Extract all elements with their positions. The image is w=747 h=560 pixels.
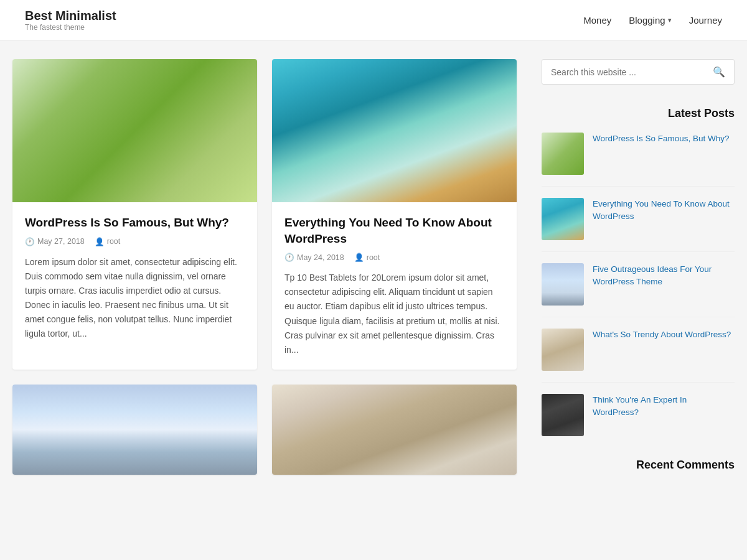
latest-posts-title: Latest Posts [542,107,735,120]
post-title-2[interactable]: Everything You Need To Know About WordPr… [284,215,504,246]
site-logo[interactable]: Best Minimalist The fastest theme [25,9,116,32]
main-wrapper: WordPress Is So Famous, But Why? 🕐 May 2… [0,40,747,513]
list-item: Think You're An Expert In WordPress? [542,394,735,436]
post-image-2 [272,59,517,202]
chevron-down-icon: ▾ [668,16,672,24]
nav-item-blogging[interactable]: Blogging ▾ [629,15,671,26]
sidebar-post-title-5[interactable]: Think You're An Expert In WordPress? [593,394,735,418]
sidebar-post-title-3[interactable]: Five Outrageous Ideas For Your WordPress… [593,263,735,287]
main-nav: Money Blogging ▾ Journey [583,15,722,26]
post-thumbnail-2 [272,59,517,202]
sidebar-thumb-img-4 [542,329,584,371]
post-partial-thumb-2 [272,385,517,475]
sidebar-thumb-5 [542,394,584,436]
sidebar-thumb-img-1 [542,133,584,175]
posts-grid-bottom [12,385,517,475]
sidebar-thumb-img-5 [542,394,584,436]
post-partial-thumb-1 [12,385,257,475]
nav-label-money: Money [583,15,611,26]
sidebar-thumb-img-2 [542,198,584,240]
nav-label-blogging: Blogging [629,15,665,26]
post-body-1: WordPress Is So Famous, But Why? 🕐 May 2… [12,202,257,353]
sidebar-thumb-4 [542,329,584,371]
search-icon[interactable]: 🔍 [713,66,725,78]
list-item: WordPress Is So Famous, But Why? [542,133,735,187]
post-author-2: 👤 root [354,253,380,262]
post-card-partial-1 [12,385,257,475]
site-header: Best Minimalist The fastest theme Money … [0,0,747,40]
post-card-1: WordPress Is So Famous, But Why? 🕐 May 2… [12,59,257,370]
list-item: Everything You Need To Know About WordPr… [542,198,735,252]
post-meta-1: 🕐 May 27, 2018 👤 root [25,237,245,246]
latest-posts-section: Latest Posts WordPress Is So Famous, But… [542,107,735,436]
search-box[interactable]: 🔍 [542,59,735,85]
recent-comments-section: Recent Comments [542,459,735,472]
post-date-2: 🕐 May 24, 2018 [284,253,344,262]
post-image-1 [12,59,257,202]
nav-label-journey: Journey [689,15,722,26]
sidebar-thumb-1 [542,133,584,175]
nav-item-money[interactable]: Money [583,15,611,26]
sidebar-thumb-img-3 [542,263,584,306]
post-card-2: Everything You Need To Know About WordPr… [272,59,517,370]
site-subtitle: The fastest theme [25,23,116,32]
list-item: What's So Trendy About WordPress? [542,329,735,383]
clock-icon-2: 🕐 [284,253,294,262]
post-excerpt-1: Lorem ipsum dolor sit amet, consectetur … [25,255,245,342]
post-excerpt-2: Tp 10 Best Tablets for 20Lorem ipsum dol… [284,271,504,357]
post-partial-image-2 [272,385,517,475]
posts-grid: WordPress Is So Famous, But Why? 🕐 May 2… [12,59,517,370]
site-title: Best Minimalist [25,9,116,23]
search-input[interactable] [551,67,713,77]
post-thumbnail-1 [12,59,257,202]
sidebar-post-title-1[interactable]: WordPress Is So Famous, But Why? [593,133,730,145]
post-meta-2: 🕐 May 24, 2018 👤 root [284,253,504,262]
post-body-2: Everything You Need To Know About WordPr… [272,202,517,370]
sidebar-thumb-3 [542,263,584,306]
user-icon: 👤 [95,237,105,246]
post-date-1: 🕐 May 27, 2018 [25,237,85,246]
recent-comments-title: Recent Comments [542,459,735,472]
sidebar-thumb-2 [542,198,584,240]
post-card-partial-2 [272,385,517,475]
sidebar-post-title-4[interactable]: What's So Trendy About WordPress? [593,329,731,341]
sidebar: 🔍 Latest Posts WordPress Is So Famous, B… [542,59,735,494]
user-icon-2: 👤 [354,253,364,262]
list-item: Five Outrageous Ideas For Your WordPress… [542,263,735,317]
post-author-1: 👤 root [95,237,121,246]
clock-icon: 🕐 [25,237,35,246]
nav-item-journey[interactable]: Journey [689,15,722,26]
post-title-1[interactable]: WordPress Is So Famous, But Why? [25,215,245,231]
post-partial-image-1 [12,385,257,475]
content-area: WordPress Is So Famous, But Why? 🕐 May 2… [12,59,517,494]
sidebar-post-title-2[interactable]: Everything You Need To Know About WordPr… [593,198,735,222]
